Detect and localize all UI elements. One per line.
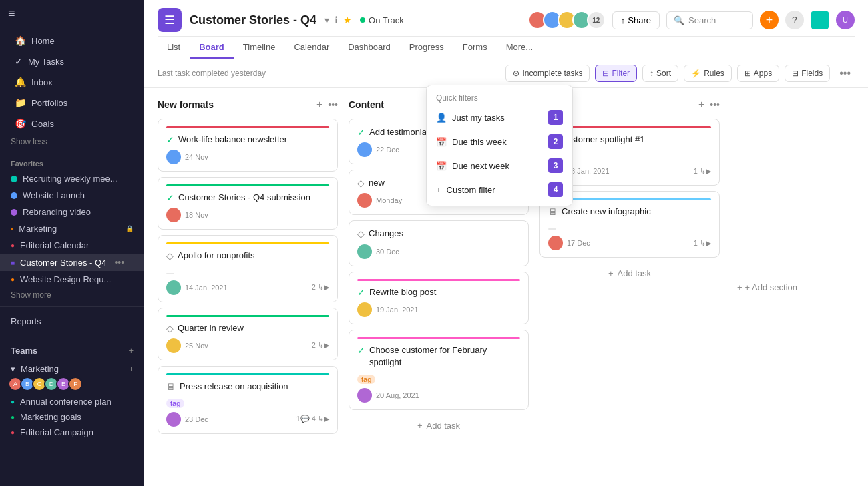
card-footer: 24 Nov [166,150,329,164]
card-title-row: ✓ Choose customer for February spotlight [357,344,520,369]
sidebar-item-inbox[interactable]: 🔔 Inbox [4,72,140,92]
goals-icon: 🎯 [15,118,26,129]
tab-calendar[interactable]: Calendar [284,37,339,59]
share-button[interactable]: ↑ Share [612,11,660,29]
plus-icon: + [417,421,423,431]
sidebar-team-annual[interactable]: ● Annual conference plan [0,394,144,409]
teal-button[interactable] [811,11,829,29]
info-icon[interactable]: ℹ [335,15,338,25]
chevron-down-icon[interactable]: ▾ [324,15,329,25]
qf-due-next-week[interactable]: 📅 Due next week 3 [427,154,572,178]
incomplete-tasks-label: Incomplete tasks [522,69,582,78]
sort-label: Sort [656,69,671,78]
sidebar-fav-recruiting[interactable]: Recruiting weekly mee... [0,170,144,187]
sidebar-top: ≡ [0,0,144,27]
show-less-button[interactable]: Show less [0,134,144,149]
team-add-icon[interactable]: + [129,364,134,374]
card-bar [166,184,329,186]
teams-header: Teams + [0,340,144,361]
card-title: Work-life balance newsletter [178,134,287,146]
tab-timeline[interactable]: Timeline [234,37,285,59]
tag-row [166,266,329,276]
card-changes[interactable]: ◇ Changes 30 Dec [349,220,529,266]
share-label: Share [628,15,651,25]
fav-label: Marketing [19,224,57,234]
rules-button[interactable]: ⚡ Rules [684,65,732,82]
qf-due-this-week[interactable]: 📅 Due this week 2 [427,130,572,154]
col-add-button[interactable]: + [698,99,704,111]
tab-list[interactable]: List [158,37,190,59]
sidebar-item-label: Portfolios [31,98,67,108]
card-rewrite-blog[interactable]: ✓ Rewrite blog post 19 Jan, 2021 [349,272,529,324]
sidebar-reports[interactable]: Reports [0,311,144,332]
show-more-button[interactable]: Show more [0,288,144,302]
card-work-life[interactable]: ✓ Work-life balance newsletter 24 Nov [158,119,338,172]
design-add-task-button[interactable]: + Add task [539,263,720,284]
card-avatar [357,302,372,317]
three-dots-icon[interactable]: ••• [114,257,124,268]
qf-custom-filter[interactable]: + Custom filter 4 [427,178,572,202]
add-section-button[interactable]: + + Add section [730,99,804,475]
sidebar-item-label: Goals [31,119,54,129]
sidebar-fav-marketing[interactable]: ▪ Marketing 🔒 [0,220,144,237]
apps-button[interactable]: ⊞ Apps [737,65,779,82]
card-title: Choose customer for February spotlight [369,344,520,369]
star-icon[interactable]: ★ [343,15,352,25]
sort-button[interactable]: ↕ Sort [642,65,678,82]
screen-icon2: 🖥 [548,206,558,217]
qf-just-my-tasks[interactable]: 👤 Just my tasks 1 [427,105,572,130]
sidebar-fav-website-launch[interactable]: Website Launch [0,187,144,204]
card-footer: 25 Nov 2 ↳▶ [166,338,329,353]
tab-dashboard[interactable]: Dashboard [339,37,400,59]
rules-label: Rules [704,69,724,78]
diamond-icon: ◇ [357,178,365,188]
col-more-button[interactable]: ••• [710,99,720,110]
header: ☰ Customer Stories - Q4 ▾ ℹ ★ On Track 1… [144,0,868,59]
sidebar-item-portfolios[interactable]: 📁 Portfolios [4,93,140,113]
user-avatar[interactable]: U [836,11,855,29]
menu-icon[interactable]: ≡ [8,7,15,21]
incomplete-tasks-button[interactable]: ⊙ Incomplete tasks [505,65,590,82]
help-button[interactable]: ? [785,11,804,29]
search-box[interactable]: 🔍 Search [666,11,753,29]
content-add-task-button[interactable]: + Add task [349,415,529,436]
sidebar-item-home[interactable]: 🏠 Home [4,31,140,51]
col-more-button[interactable]: ••• [328,99,338,110]
sidebar-team-marketing-goals[interactable]: ● Marketing goals [0,409,144,425]
card-press-release[interactable]: 🖥 Press release on acquisition tag 23 De… [158,366,338,434]
sidebar-item-goals[interactable]: 🎯 Goals [4,113,140,134]
sidebar-fav-editorial[interactable]: ● Editorial Calendar [0,237,144,254]
lock-icon: 🔒 [126,225,134,232]
col-add-button[interactable]: + [316,99,322,111]
toolbar-more-button[interactable]: ••• [835,65,855,82]
tab-forms[interactable]: Forms [453,37,497,59]
sidebar-fav-rebranding[interactable]: Rebranding video [0,204,144,220]
teams-add-button[interactable]: + [128,346,134,356]
card-bar [166,126,329,128]
sidebar-item-my-tasks[interactable]: ✓ My Tasks [4,51,140,71]
card-choose-customer[interactable]: ✓ Choose customer for February spotlight… [349,330,529,410]
card-customer-stories-q4[interactable]: ✓ Customer Stories - Q4 submission 18 No… [158,177,338,230]
plus-icon: + [737,282,742,292]
tab-more[interactable]: More... [497,37,542,59]
header-right: 12 ↑ Share 🔍 Search + ? U [532,11,855,29]
quick-filter-title: Quick filters [427,89,572,105]
tag-row: tag [166,397,329,408]
fields-button[interactable]: ⊟ Fields [785,65,830,82]
tab-progress[interactable]: Progress [400,37,453,59]
tab-board[interactable]: Board [190,37,234,59]
home-icon: 🏠 [15,35,26,46]
add-button[interactable]: + [760,11,779,29]
fav-label: Customer Stories - Q4 [20,258,106,268]
team-marketing-header[interactable]: ▾ Marketing + [0,361,144,377]
sidebar-fav-customer-stories[interactable]: ■ Customer Stories - Q4 ••• [0,254,144,271]
filter-button[interactable]: ⊟ Filter [595,65,637,82]
sidebar-fav-website-design[interactable]: ● Website Design Requ... [0,271,144,288]
card-title: Create new infographic [562,206,651,218]
card-date: 23 Dec [185,415,292,423]
card-apollo[interactable]: ◇ Apollo for nonprofits 14 Jan, 2021 2 ↳… [158,235,338,302]
sidebar-team-editorial-campaign[interactable]: ● Editorial Campaign [0,425,144,440]
card-quarter-review[interactable]: ◇ Quarter in review 25 Nov 2 ↳▶ [158,308,338,360]
rules-icon: ⚡ [691,69,701,78]
share-icon: ↑ [621,15,626,25]
